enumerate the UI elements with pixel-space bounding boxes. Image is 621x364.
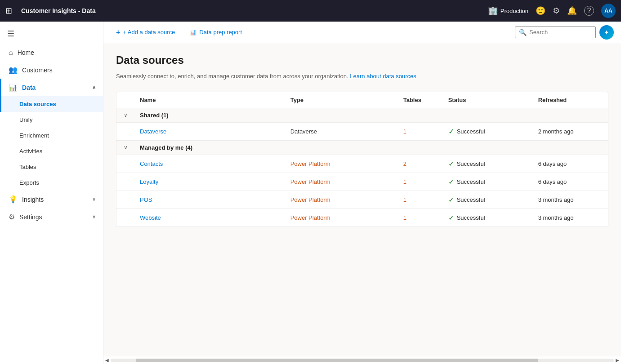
sidebar-item-tables-label: Tables: [19, 164, 36, 170]
row-refreshed-pos: 3 months ago: [533, 196, 608, 203]
col-status: Status: [443, 97, 533, 103]
user-avatar[interactable]: AA: [601, 4, 616, 18]
row-status-loyalty: ✓ Successful: [443, 178, 533, 186]
settings-nav-icon: ⚙: [9, 213, 15, 221]
sidebar-item-activities[interactable]: Activities: [0, 143, 103, 159]
data-prep-label: Data prep report: [199, 29, 242, 36]
sidebar-item-data-label: Data: [22, 84, 36, 91]
scroll-thumb[interactable]: [136, 359, 538, 362]
hamburger-menu[interactable]: ☰: [0, 25, 103, 44]
sidebar-item-data-sources-label: Data sources: [19, 101, 56, 107]
sidebar-item-unify[interactable]: Unify: [0, 112, 103, 128]
row-type-pos: Power Platform: [285, 196, 398, 203]
shared-group-label: Shared (1): [134, 112, 608, 119]
col-name: Name: [134, 97, 285, 103]
status-check-icon: ✓: [448, 160, 454, 168]
row-tables-dataverse: 1: [398, 128, 443, 135]
col-type: Type: [285, 97, 398, 103]
table-row: Loyalty Power Platform 1 ✓ Successful 6 …: [116, 173, 608, 191]
group-shared: ∨ Shared (1): [116, 108, 608, 123]
table-header: Name Type Tables Status Refreshed: [116, 92, 608, 108]
table-row: Dataverse Dataverse 1 ✓ Successful 2 mon…: [116, 123, 608, 141]
learn-more-link[interactable]: Learn about data sources: [350, 73, 416, 80]
table-row: Website Power Platform 1 ✓ Successful 3 …: [116, 209, 608, 226]
row-name-dataverse[interactable]: Dataverse: [134, 128, 285, 135]
col-refreshed: Refreshed: [533, 97, 608, 103]
data-expand-icon: ∧: [92, 84, 96, 90]
row-name-pos[interactable]: POS: [134, 196, 285, 203]
status-check-icon: ✓: [448, 178, 454, 186]
search-input[interactable]: [529, 29, 588, 36]
copilot-icon: ✦: [604, 29, 609, 36]
sidebar-item-customers-label: Customers: [22, 67, 53, 74]
row-type-dataverse: Dataverse: [285, 128, 398, 135]
row-status-website: ✓ Successful: [443, 213, 533, 222]
sidebar-item-settings-label: Settings: [19, 213, 42, 221]
toolbar: + + Add a data source 📊 Data prep report…: [103, 22, 621, 43]
env-icon: 🏢: [488, 6, 498, 16]
table-row: POS Power Platform 1 ✓ Successful 3 mont…: [116, 191, 608, 209]
sidebar-item-exports[interactable]: Exports: [0, 175, 103, 191]
sidebar-item-enrichment-label: Enrichment: [19, 132, 49, 139]
environment-selector[interactable]: 🏢 Production: [488, 6, 528, 16]
row-tables-loyalty: 1: [398, 178, 443, 185]
add-datasource-label: + Add a data source: [123, 29, 175, 36]
sidebar-item-settings[interactable]: ⚙ Settings ∨: [0, 208, 103, 226]
scroll-right-arrow[interactable]: ▶: [616, 358, 619, 363]
row-tables-contacts: 2: [398, 160, 443, 167]
home-icon: ⌂: [9, 49, 13, 57]
managed-expand-icon[interactable]: ∨: [116, 144, 134, 151]
sidebar-item-insights-label: Insights: [22, 196, 44, 203]
horizontal-scrollbar[interactable]: ◀ ▶: [103, 356, 621, 364]
row-name-contacts[interactable]: Contacts: [134, 160, 285, 167]
sidebar-item-customers[interactable]: 👥 Customers: [0, 61, 103, 79]
row-name-website[interactable]: Website: [134, 214, 285, 221]
scroll-track[interactable]: [111, 359, 614, 362]
bell-icon[interactable]: 🔔: [567, 6, 577, 16]
page-description: Seamlessly connect to, enrich, and manag…: [116, 72, 608, 81]
data-icon: 📊: [9, 83, 18, 92]
search-box[interactable]: 🔍: [515, 27, 596, 38]
row-type-website: Power Platform: [285, 214, 398, 221]
row-name-loyalty[interactable]: Loyalty: [134, 178, 285, 185]
add-datasource-button[interactable]: + + Add a data source: [111, 26, 180, 39]
row-status-dataverse: ✓ Successful: [443, 127, 533, 136]
data-sources-table: Name Type Tables Status Refreshed ∨ Shar…: [116, 92, 608, 227]
row-status-pos: ✓ Successful: [443, 195, 533, 204]
data-prep-button[interactable]: 📊 Data prep report: [184, 26, 247, 38]
help-icon[interactable]: ?: [584, 6, 594, 16]
sidebar-item-tables[interactable]: Tables: [0, 159, 103, 175]
managed-group-label: Managed by me (4): [134, 144, 608, 151]
customers-icon: 👥: [9, 66, 18, 74]
status-check-icon: ✓: [448, 195, 454, 204]
row-type-loyalty: Power Platform: [285, 178, 398, 185]
smiley-icon[interactable]: 🙂: [536, 6, 545, 16]
scroll-left-arrow[interactable]: ◀: [105, 358, 109, 363]
shared-expand-icon[interactable]: ∨: [116, 112, 134, 118]
row-refreshed-contacts: 6 days ago: [533, 160, 608, 167]
status-check-icon: ✓: [448, 127, 454, 136]
sidebar-item-enrichment[interactable]: Enrichment: [0, 128, 103, 143]
row-refreshed-dataverse: 2 months ago: [533, 128, 608, 135]
sidebar-item-data-sources[interactable]: Data sources: [0, 96, 103, 112]
data-prep-icon: 📊: [189, 29, 197, 36]
sidebar-item-home[interactable]: ⌂ Home: [0, 44, 103, 61]
app-title: Customer Insights - Data: [21, 7, 484, 14]
copilot-button[interactable]: ✦: [599, 25, 614, 40]
settings-icon[interactable]: ⚙: [553, 6, 560, 16]
sidebar-item-insights[interactable]: 💡 Insights ∨: [0, 191, 103, 208]
row-tables-pos: 1: [398, 196, 443, 203]
sidebar-item-data[interactable]: 📊 Data ∧: [0, 79, 103, 96]
sidebar: ☰ ⌂ Home 👥 Customers 📊 Data ∧ Data sourc…: [0, 22, 103, 364]
settings-expand-icon: ∨: [92, 214, 96, 220]
sidebar-item-unify-label: Unify: [19, 116, 33, 123]
status-check-icon: ✓: [448, 213, 454, 222]
topbar-right: 🏢 Production 🙂 ⚙ 🔔 ? AA: [488, 4, 616, 18]
topbar: ⊞ Customer Insights - Data 🏢 Production …: [0, 0, 621, 22]
col-tables: Tables: [398, 97, 443, 103]
grid-icon[interactable]: ⊞: [5, 6, 12, 16]
insights-icon: 💡: [9, 195, 18, 204]
add-icon: +: [116, 28, 120, 36]
insights-expand-icon: ∨: [92, 196, 96, 202]
page-title: Data sources: [116, 54, 608, 67]
